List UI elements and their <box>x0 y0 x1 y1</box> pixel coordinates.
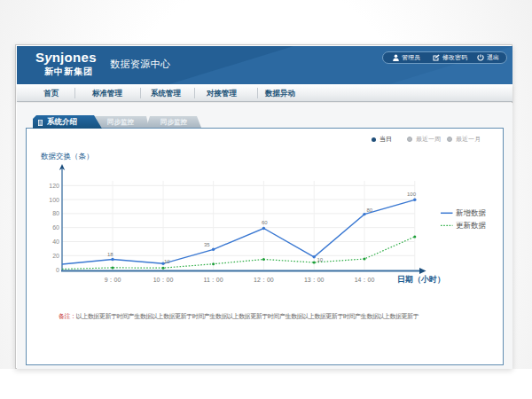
svg-text:100: 100 <box>49 197 59 203</box>
svg-text:数据交换（条）: 数据交换（条） <box>41 152 94 160</box>
svg-text:40: 40 <box>52 239 59 245</box>
svg-text:0: 0 <box>56 267 59 273</box>
svg-text:12：00: 12：00 <box>254 277 274 283</box>
svg-text:80: 80 <box>52 210 59 216</box>
svg-text:13：00: 13：00 <box>304 277 325 283</box>
svg-text:10: 10 <box>164 259 170 264</box>
svg-text:20: 20 <box>52 253 59 259</box>
svg-text:10: 10 <box>317 257 324 262</box>
svg-text:新增数据: 新增数据 <box>456 208 487 217</box>
svg-text:11：00: 11：00 <box>204 277 223 283</box>
svg-text:9：00: 9：00 <box>105 277 121 283</box>
svg-text:14：00: 14：00 <box>355 277 375 283</box>
svg-text:18: 18 <box>107 252 113 257</box>
svg-text:10：00: 10：00 <box>153 277 174 283</box>
svg-text:100: 100 <box>407 192 417 197</box>
svg-text:日期（小时）: 日期（小时） <box>397 275 445 284</box>
svg-text:35: 35 <box>204 242 210 247</box>
svg-text:120: 120 <box>49 183 59 189</box>
svg-text:60: 60 <box>262 220 268 225</box>
svg-text:80: 80 <box>367 207 373 213</box>
svg-text:更新数据: 更新数据 <box>456 221 487 230</box>
svg-text:60: 60 <box>52 224 59 231</box>
